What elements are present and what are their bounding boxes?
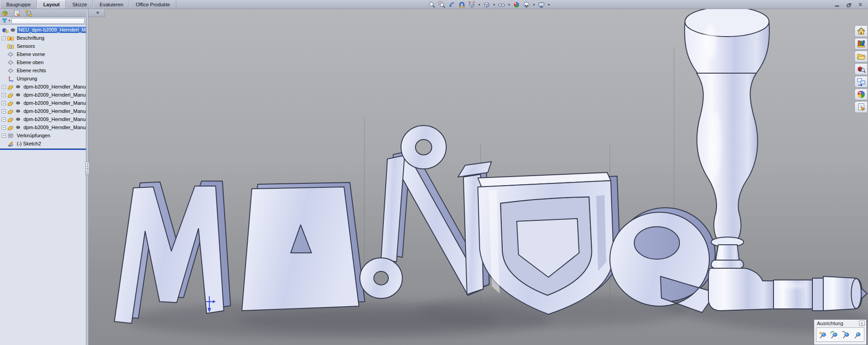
tab-layout[interactable]: Layout [37,0,66,9]
dropdown-arrow-icon[interactable]: ▾ [477,3,481,7]
sensors-folder-icon [7,43,14,50]
component-button[interactable] [0,9,10,17]
task-pane-home-tab[interactable] [854,25,867,37]
heads-up-view-toolbar: ▾ ▾ ▾ [428,0,551,9]
previous-view-button[interactable] [448,0,456,9]
expand-toggle[interactable]: + [2,126,6,130]
rollback-bar[interactable] [0,149,86,150]
close-button[interactable]: × [857,2,863,7]
tab-evaluieren[interactable]: Evaluieren [93,0,129,9]
edit-note-button[interactable] [12,9,22,17]
tree-item-ursprung[interactable]: Ursprung [0,75,86,83]
feature-manager-panel: ▾ NEU_dpm-b2009_Hernderl_Manuel_ + A Bes… [0,17,86,345]
tree-filter-bar: ▾ [0,17,86,25]
task-pane-custom-properties-tab[interactable] [854,101,867,113]
task-pane-file-explorer-tab[interactable] [854,51,867,62]
orientation-buttons [816,327,864,342]
letter-e[interactable] [610,208,716,312]
display-style-button[interactable] [482,0,491,9]
task-pane-search-tab[interactable] [854,63,867,75]
tree-item-part-m[interactable]: + dpm-b2009_Herndler_Manuel_M [0,83,86,91]
view-orientation-button[interactable] [467,0,476,9]
assembly-icon [2,27,9,33]
update-standard-views-icon[interactable] [830,331,839,339]
custom-properties-icon [857,103,866,112]
filter-dropdown-arrow-icon[interactable]: ▾ [9,19,10,23]
orientation-dialog[interactable]: Ausrichtung x [814,319,867,345]
view-settings-button[interactable] [537,0,546,9]
toolbar-overflow-chevron[interactable]: » [96,9,99,15]
home-icon [857,27,866,36]
keep-visible-pin-icon[interactable] [853,331,862,339]
expand-toggle[interactable]: + [2,93,6,97]
solidworks-search-icon [857,65,866,74]
tree-item-part-u[interactable]: + dpm-b2009_Herndler_Manuel_U [0,107,86,115]
apply-scene-button[interactable] [522,0,531,9]
dropdown-arrow-icon[interactable]: ▾ [547,3,551,7]
dropdown-arrow-icon[interactable]: ▾ [507,3,511,7]
mates-icon [7,132,14,139]
previous-view-icon [448,1,456,9]
part-icon [7,116,14,123]
tree-item-part-n[interactable]: + dpm-b2009_Herndler_Manuel_N [0,99,86,107]
3d-model-manuel[interactable] [86,9,868,345]
filter-funnel-icon[interactable] [1,18,8,24]
tab-office-produkte[interactable]: Office Produkte [129,0,176,9]
tree-item-verknuepfungen[interactable]: + Verknüpfungen [0,131,86,140]
expand-toggle[interactable]: + [2,109,6,113]
reset-standard-views-icon[interactable] [842,331,850,339]
panel-header-toolbar: » [0,9,105,17]
expand-toggle[interactable]: + [2,36,6,40]
tree-item-label: (-) Sketch2 [15,140,42,147]
feature-tree: NEU_dpm-b2009_Hernderl_Manuel_ + A Besch… [0,25,86,150]
expand-toggle[interactable]: + [2,134,6,138]
new-view-pin-icon[interactable] [819,331,827,339]
tree-filter-input[interactable] [11,18,85,24]
restore-button[interactable] [845,2,852,7]
task-pane-design-library-tab[interactable] [854,38,867,50]
hierarchy-button[interactable] [24,9,34,17]
hide-show-items-button[interactable] [497,0,506,9]
minimize-button[interactable] [834,2,840,7]
letter-n[interactable] [360,126,491,298]
tree-item-beschriftung[interactable]: + A Beschriftung [0,34,86,42]
plane-icon [7,67,14,74]
display-state-icon [15,125,21,130]
display-state-icon [15,108,21,114]
appearances-icon [857,90,866,99]
tree-item-ebene-rechts[interactable]: Ebene rechts [0,66,86,75]
tree-item-label: Verknüpfungen [15,132,52,139]
part-icon [7,124,14,131]
zoom-to-fit-button[interactable] [428,0,436,9]
orientation-close-button[interactable]: x [859,321,865,326]
tree-item-part-l[interactable]: + dpm-b2009_Herndler_Manuel_L [0,123,86,131]
edit-appearance-button[interactable] [512,0,521,9]
apply-scene-icon [523,1,530,9]
splitter-grip[interactable] [85,162,90,175]
zoom-to-area-button[interactable] [438,0,446,9]
letter-l-vase[interactable] [684,9,867,311]
task-pane-appearances-tab[interactable] [854,89,867,100]
tree-item-part-e[interactable]: + dpm-b2009_Herndler_Manuel_E [0,115,86,123]
graphics-viewport[interactable] [86,9,868,345]
dropdown-arrow-icon[interactable]: ▾ [532,3,536,7]
dropdown-arrow-icon[interactable]: ▾ [492,3,496,7]
panel-splitter[interactable] [86,9,89,345]
display-state-icon [15,84,21,89]
tree-item-ebene-vorne[interactable]: Ebene vorne [0,50,86,58]
tab-skizze[interactable]: Skizze [66,0,93,9]
section-view-button[interactable] [458,0,466,9]
tree-item-assembly-root[interactable]: NEU_dpm-b2009_Hernderl_Manuel_ [0,26,86,34]
tree-item-ebene-oben[interactable]: Ebene oben [0,58,86,66]
tree-item-label: Sensors [15,43,36,49]
expand-toggle[interactable]: + [2,85,6,89]
tree-item-part-a[interactable]: + dpm-b2009_Hernderl_Manuel_A [0,91,86,99]
expand-toggle[interactable]: + [2,117,6,121]
task-pane-view-palette-tab[interactable] [854,76,867,88]
letter-a[interactable] [242,182,365,311]
tab-baugruppe[interactable]: Baugruppe [0,0,37,9]
expand-toggle[interactable]: + [2,101,6,105]
letter-u[interactable] [478,172,620,314]
tree-item-sensors[interactable]: Sensors [0,42,86,50]
tree-item-sketch2[interactable]: (-) Sketch2 [0,140,86,148]
